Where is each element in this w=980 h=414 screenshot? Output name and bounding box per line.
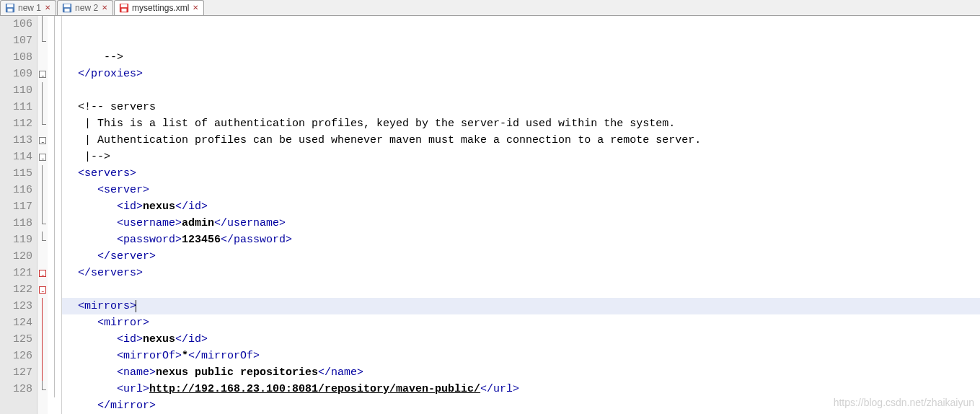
code-line[interactable]: |--> bbox=[62, 149, 980, 165]
line-number: 107 bbox=[0, 32, 32, 49]
code-token: <url> bbox=[117, 383, 149, 395]
close-icon[interactable]: ✕ bbox=[101, 4, 108, 12]
fold-guide bbox=[37, 82, 48, 99]
svg-rect-8 bbox=[122, 9, 127, 12]
code-line[interactable]: <password>123456</password> bbox=[62, 232, 980, 248]
fold-guide bbox=[37, 248, 48, 265]
tab-new-1[interactable]: new 1✕ bbox=[0, 0, 56, 15]
code-token: <!-- servers bbox=[78, 101, 156, 113]
line-number: 106 bbox=[0, 16, 32, 32]
fold-toggle-icon[interactable] bbox=[37, 149, 48, 165]
code-token: nexus public repositories bbox=[156, 366, 318, 379]
code-token: <mirrors> bbox=[78, 300, 136, 312]
indent-guide bbox=[54, 32, 61, 49]
indent-guide bbox=[54, 66, 61, 82]
code-line[interactable]: <id>nexus</id> bbox=[62, 331, 980, 348]
change-margin bbox=[48, 16, 62, 414]
indent-guide bbox=[54, 265, 61, 281]
code-token: <username> bbox=[117, 217, 182, 229]
code-line[interactable]: <mirror> bbox=[62, 314, 980, 331]
line-number: 117 bbox=[0, 198, 32, 215]
code-token: <id> bbox=[117, 333, 143, 345]
indent-guide bbox=[54, 115, 61, 132]
svg-rect-5 bbox=[65, 9, 70, 12]
line-number: 110 bbox=[0, 82, 32, 99]
indent-guide bbox=[54, 298, 61, 314]
line-number: 121 bbox=[0, 265, 32, 281]
code-token: <id> bbox=[117, 201, 143, 213]
code-line[interactable]: <server> bbox=[62, 182, 980, 198]
fold-guide bbox=[37, 314, 48, 331]
code-line[interactable]: <!-- servers bbox=[62, 99, 980, 115]
code-line[interactable] bbox=[62, 281, 980, 298]
line-number: 119 bbox=[0, 232, 32, 248]
fold-guide bbox=[37, 49, 48, 66]
code-line[interactable]: </servers> bbox=[62, 265, 980, 281]
code-line[interactable]: --> bbox=[62, 49, 980, 66]
save-icon bbox=[5, 3, 15, 13]
code-area[interactable]: --> </proxies> <!-- servers | This is a … bbox=[62, 16, 980, 414]
code-token: </servers> bbox=[78, 267, 143, 279]
close-icon[interactable]: ✕ bbox=[192, 4, 199, 12]
line-number: 115 bbox=[0, 165, 32, 182]
fold-guide bbox=[37, 232, 48, 248]
fold-guide bbox=[37, 348, 48, 364]
tab-label: new 2 bbox=[75, 3, 98, 13]
line-number: 124 bbox=[0, 314, 32, 331]
fold-toggle-icon[interactable] bbox=[37, 281, 48, 298]
indent-guide bbox=[54, 331, 61, 348]
indent-guide bbox=[54, 16, 61, 32]
code-line[interactable]: <username>admin</username> bbox=[62, 215, 980, 232]
code-token: * bbox=[182, 350, 188, 362]
fold-guide bbox=[37, 215, 48, 232]
close-icon[interactable]: ✕ bbox=[44, 4, 51, 12]
code-token: <mirrorOf> bbox=[117, 350, 182, 362]
save-unsaved-icon bbox=[119, 3, 129, 13]
line-number: 109 bbox=[0, 66, 32, 82]
code-line[interactable]: </server> bbox=[62, 248, 980, 265]
fold-gutter[interactable] bbox=[37, 16, 48, 414]
tab-label: mysettings.xml bbox=[132, 3, 189, 13]
indent-guide bbox=[54, 198, 61, 215]
code-token: </server> bbox=[97, 250, 156, 263]
indent-guide bbox=[54, 165, 61, 182]
code-line[interactable]: </proxies> bbox=[62, 66, 980, 82]
code-line[interactable]: | Authentication profiles can be used wh… bbox=[62, 132, 980, 149]
fold-toggle-icon[interactable] bbox=[37, 265, 48, 281]
indent-guide bbox=[54, 348, 61, 364]
code-line[interactable]: <url>http://192.168.23.100:8081/reposito… bbox=[62, 381, 980, 397]
code-token: nexus bbox=[143, 201, 175, 213]
code-line[interactable]: </mirror> bbox=[62, 397, 980, 414]
tab-new-2[interactable]: new 2✕ bbox=[57, 0, 113, 15]
code-line[interactable] bbox=[62, 82, 980, 99]
code-line[interactable]: <id>nexus</id> bbox=[62, 198, 980, 215]
save-icon bbox=[62, 3, 72, 13]
tab-mysettings-xml[interactable]: mysettings.xml✕ bbox=[114, 0, 204, 15]
tab-bar: new 1✕new 2✕mysettings.xml✕ bbox=[0, 0, 980, 16]
code-token: <server> bbox=[97, 184, 149, 196]
code-line[interactable]: <servers> bbox=[62, 165, 980, 182]
indent-guide bbox=[54, 232, 61, 248]
code-line[interactable]: | This is a list of authentication profi… bbox=[62, 115, 980, 132]
editor-pane[interactable]: 1061071081091101111121131141151161171181… bbox=[0, 16, 980, 414]
line-number: 125 bbox=[0, 331, 32, 348]
fold-guide bbox=[37, 331, 48, 348]
code-token: | This is a list of authentication profi… bbox=[84, 118, 675, 130]
code-line[interactable]: <mirrorOf>*</mirrorOf> bbox=[62, 348, 980, 364]
fold-guide bbox=[37, 32, 48, 49]
code-token: admin bbox=[182, 217, 214, 229]
fold-toggle-icon[interactable] bbox=[37, 66, 48, 82]
fold-guide bbox=[37, 16, 48, 32]
line-number: 111 bbox=[0, 99, 32, 115]
code-token: </proxies> bbox=[78, 68, 143, 80]
fold-guide bbox=[37, 115, 48, 132]
line-number: 112 bbox=[0, 115, 32, 132]
code-token: </url> bbox=[480, 383, 519, 395]
fold-guide bbox=[37, 99, 48, 115]
code-line[interactable]: <name>nexus public repositories</name> bbox=[62, 364, 980, 381]
line-number-gutter: 1061071081091101111121131141151161171181… bbox=[0, 16, 37, 414]
code-token: </mirror> bbox=[97, 400, 156, 412]
code-token: <mirror> bbox=[97, 317, 149, 329]
code-line[interactable]: <mirrors> bbox=[62, 298, 980, 314]
fold-toggle-icon[interactable] bbox=[37, 132, 48, 149]
